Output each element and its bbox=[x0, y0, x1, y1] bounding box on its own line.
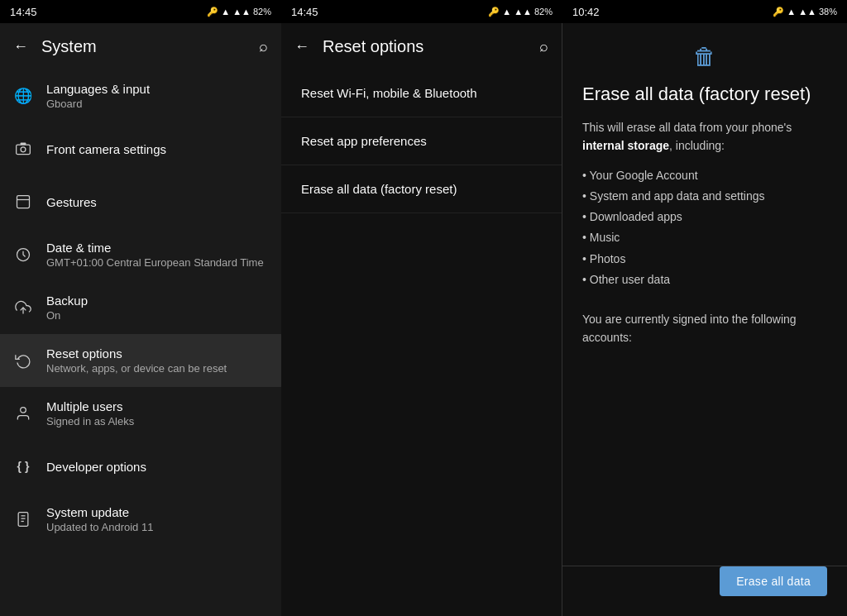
backup-icon bbox=[13, 298, 33, 318]
reset-options-title-header: Reset options bbox=[323, 37, 526, 56]
factory-reset-label: Erase all data (factory reset) bbox=[301, 182, 457, 196]
erase-desc-bold: internal storage bbox=[582, 139, 669, 152]
svg-rect-2 bbox=[21, 143, 26, 146]
gestures-icon bbox=[13, 192, 33, 212]
battery-middle: 82% bbox=[534, 7, 553, 17]
panel-reset-options: ← Reset options ⌕ Reset Wi-Fi, mobile & … bbox=[281, 23, 562, 616]
status-time-left: 14:45 bbox=[10, 6, 37, 18]
battery-left: 82% bbox=[253, 7, 271, 17]
backup-title: Backup bbox=[46, 294, 268, 308]
svg-point-7 bbox=[21, 408, 26, 413]
developer-options-icon: { } bbox=[13, 456, 33, 476]
svg-rect-3 bbox=[17, 196, 30, 208]
reset-options-title: Reset options bbox=[46, 346, 268, 361]
system-back-button[interactable]: ← bbox=[13, 38, 28, 55]
languages-icon: 🌐 bbox=[13, 86, 33, 106]
main-area: ← System ⌕ 🌐 Languages & input Gboard Fr… bbox=[0, 23, 847, 616]
signal-icon-left: ▲▲ bbox=[232, 7, 251, 17]
sidebar-item-languages[interactable]: 🌐 Languages & input Gboard bbox=[0, 69, 281, 122]
system-search-button[interactable]: ⌕ bbox=[259, 38, 268, 55]
erase-desc-suffix: , including: bbox=[669, 139, 725, 152]
date-time-subtitle: GMT+01:00 Central European Standard Time bbox=[46, 256, 268, 269]
status-icons-right: 🔑 ▲ ▲▲ 38% bbox=[773, 7, 837, 17]
reset-wifi-option[interactable]: Reset Wi-Fi, mobile & Bluetooth bbox=[281, 69, 562, 117]
signal-icon-middle: ▲▲ bbox=[514, 7, 532, 17]
svg-point-1 bbox=[21, 147, 26, 152]
status-time-middle: 14:45 bbox=[291, 6, 318, 18]
system-update-icon bbox=[13, 509, 33, 529]
wifi-icon-right: ▲ bbox=[787, 7, 796, 17]
status-icons-left: 🔑 ▲ ▲▲ 82% bbox=[207, 7, 271, 17]
list-item-system: • System and app data and settings bbox=[582, 186, 827, 207]
system-update-title: System update bbox=[46, 505, 268, 519]
reset-options-search-button[interactable]: ⌕ bbox=[539, 38, 548, 55]
backup-subtitle: On bbox=[46, 309, 268, 322]
reset-options-back-button[interactable]: ← bbox=[294, 38, 309, 55]
reset-app-prefs-option[interactable]: Reset app preferences bbox=[281, 117, 562, 165]
date-time-title: Date & time bbox=[46, 241, 268, 255]
list-item-apps: • Downloaded apps bbox=[582, 207, 827, 227]
system-title: System bbox=[41, 37, 246, 56]
factory-reset-option[interactable]: Erase all data (factory reset) bbox=[281, 165, 562, 213]
signed-in-text: You are currently signed into the follow… bbox=[582, 313, 797, 344]
sidebar-item-system-update[interactable]: System update Updated to Android 11 bbox=[0, 493, 281, 546]
reset-options-icon bbox=[13, 351, 33, 370]
erase-desc-prefix: This will erase all data from your phone… bbox=[582, 121, 792, 134]
key-icon-middle: 🔑 bbox=[488, 7, 500, 17]
key-icon-right: 🔑 bbox=[773, 7, 784, 17]
wifi-icon-middle: ▲ bbox=[502, 7, 511, 17]
signal-icon-right: ▲▲ bbox=[798, 7, 816, 17]
status-icons-middle: 🔑 ▲ ▲▲ 82% bbox=[488, 7, 553, 17]
svg-rect-0 bbox=[17, 145, 31, 155]
list-item-user-data: • Other user data bbox=[582, 270, 827, 290]
reset-options-subtitle: Network, apps, or device can be reset bbox=[46, 362, 268, 375]
list-item-music: • Music bbox=[582, 227, 827, 248]
status-panel-right: 10:42 🔑 ▲ ▲▲ 38% bbox=[562, 0, 847, 23]
wifi-icon-left: ▲ bbox=[221, 7, 230, 17]
battery-right: 38% bbox=[819, 7, 837, 17]
status-panel-left: 14:45 🔑 ▲ ▲▲ 82% bbox=[0, 0, 281, 23]
reset-app-prefs-label: Reset app preferences bbox=[301, 134, 427, 148]
status-bar: 14:45 🔑 ▲ ▲▲ 82% 14:45 🔑 ▲ ▲▲ 82% 10:42 … bbox=[0, 0, 847, 23]
gestures-title: Gestures bbox=[46, 195, 268, 209]
sidebar-item-developer-options[interactable]: { } Developer options bbox=[0, 440, 281, 493]
reset-options-header: ← Reset options ⌕ bbox=[281, 23, 562, 69]
date-time-icon bbox=[13, 245, 33, 265]
multiple-users-icon bbox=[13, 404, 33, 423]
front-camera-title: Front camera settings bbox=[46, 142, 268, 156]
sidebar-item-backup[interactable]: Backup On bbox=[0, 281, 281, 334]
list-item-photos: • Photos bbox=[582, 249, 827, 270]
languages-subtitle: Gboard bbox=[46, 98, 268, 110]
sidebar-item-date-time[interactable]: Date & time GMT+01:00 Central European S… bbox=[0, 228, 281, 281]
status-panel-middle: 14:45 🔑 ▲ ▲▲ 82% bbox=[281, 0, 562, 23]
trash-icon-area: 🗑 bbox=[582, 43, 827, 70]
key-icon-left: 🔑 bbox=[207, 7, 218, 17]
erase-list: • Your Google Account • System and app d… bbox=[582, 165, 827, 290]
sidebar-item-gestures[interactable]: Gestures bbox=[0, 175, 281, 228]
list-item-google: • Your Google Account bbox=[582, 165, 827, 186]
trash-icon: 🗑 bbox=[693, 43, 716, 70]
panel-erase-detail: 🗑 Erase all data (factory reset) This wi… bbox=[562, 23, 847, 616]
status-time-right: 10:42 bbox=[572, 6, 600, 18]
erase-button-row: Erase all data bbox=[720, 566, 827, 596]
panel-system: ← System ⌕ 🌐 Languages & input Gboard Fr… bbox=[0, 23, 281, 616]
signed-in-section: You are currently signed into the follow… bbox=[582, 310, 827, 347]
multiple-users-subtitle: Signed in as Aleks bbox=[46, 415, 268, 427]
multiple-users-title: Multiple users bbox=[46, 399, 268, 413]
languages-title: Languages & input bbox=[46, 82, 268, 96]
sidebar-item-front-camera[interactable]: Front camera settings bbox=[0, 122, 281, 175]
erase-all-data-button[interactable]: Erase all data bbox=[720, 566, 827, 596]
erase-title: Erase all data (factory reset) bbox=[582, 84, 827, 105]
system-header: ← System ⌕ bbox=[0, 23, 281, 69]
developer-options-title: Developer options bbox=[46, 460, 268, 474]
reset-wifi-label: Reset Wi-Fi, mobile & Bluetooth bbox=[301, 86, 477, 100]
svg-rect-8 bbox=[18, 513, 28, 527]
sidebar-item-multiple-users[interactable]: Multiple users Signed in as Aleks bbox=[0, 387, 281, 440]
system-update-subtitle: Updated to Android 11 bbox=[46, 521, 268, 533]
erase-description: This will erase all data from your phone… bbox=[582, 118, 827, 155]
front-camera-icon bbox=[13, 139, 33, 159]
sidebar-item-reset-options[interactable]: Reset options Network, apps, or device c… bbox=[0, 334, 281, 387]
